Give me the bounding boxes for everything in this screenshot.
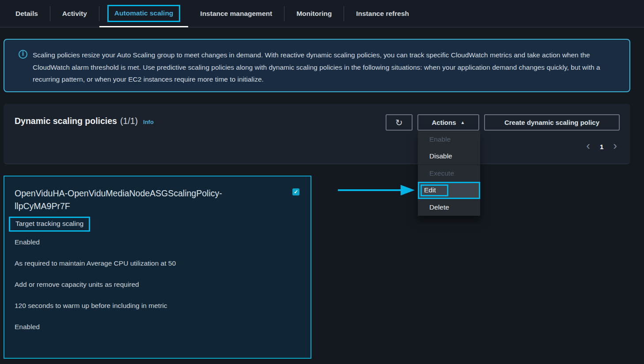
actions-button-label: Actions (432, 119, 456, 126)
annotation-box-active-tab: Automatic scaling (107, 5, 181, 22)
policy-checkbox[interactable]: ✓ (292, 188, 299, 195)
panel-controls: ↻ Actions ▲ Create dynamic scaling polic… (386, 114, 620, 131)
create-dynamic-scaling-policy-button[interactable]: Create dynamic scaling policy (484, 114, 620, 131)
tab-bar: Details Activity Automatic scaling Insta… (0, 0, 644, 27)
refresh-button[interactable]: ↻ (386, 114, 413, 131)
policy-count: (1/1) (120, 116, 138, 126)
tab-instance-management[interactable]: Instance management (188, 0, 284, 27)
policy-status: Enabled (15, 239, 311, 246)
policy-capacity-description: Add or remove capacity units as required (15, 281, 311, 288)
pagination: ‹ 1 › (586, 141, 617, 152)
scaling-policy-card[interactable]: OpenViduHA-OpenViduMediaNodeASGScalingPo… (4, 176, 311, 359)
policy-name: OpenViduHA-OpenViduMediaNodeASGScalingPo… (15, 187, 266, 213)
actions-dropdown-button[interactable]: Actions ▲ (417, 114, 479, 131)
tab-automatic-scaling[interactable]: Automatic scaling (99, 0, 189, 27)
info-icon: i (19, 50, 27, 59)
policy-scale-in-status: Enabled (15, 323, 311, 330)
chevron-left-icon[interactable]: ‹ (586, 140, 590, 153)
policy-target-description: As required to maintain Average CPU util… (15, 260, 311, 267)
annotation-box-edit: Edit (420, 184, 448, 196)
refresh-icon: ↻ (395, 117, 403, 128)
info-link[interactable]: Info (143, 119, 154, 125)
policy-warmup-description: 120 seconds to warm up before including … (15, 302, 311, 309)
menu-item-delete[interactable]: Delete (418, 199, 480, 216)
tab-details[interactable]: Details (4, 0, 50, 27)
menu-item-edit[interactable]: Edit (418, 182, 480, 199)
dynamic-scaling-policies-panel: Dynamic scaling policies (1/1) Info ↻ Ac… (4, 104, 630, 164)
annotation-arrow (337, 184, 416, 196)
policy-type-badge: Target tracking scaling (9, 217, 90, 232)
panel-title: Dynamic scaling policies (15, 116, 117, 126)
banner-text: Scaling policies resize your Auto Scalin… (33, 51, 600, 83)
page-number[interactable]: 1 (600, 143, 603, 150)
tab-activity[interactable]: Activity (50, 0, 99, 27)
create-button-label: Create dynamic scaling policy (504, 119, 599, 126)
chevron-right-icon[interactable]: › (613, 140, 617, 153)
caret-up-icon: ▲ (461, 120, 465, 125)
tab-monitoring[interactable]: Monitoring (284, 0, 344, 27)
menu-item-enable[interactable]: Enable (418, 131, 480, 148)
actions-menu: Enable Disable Execute Edit Delete (418, 131, 480, 216)
panel-title-row: Dynamic scaling policies (1/1) Info (15, 116, 154, 126)
scaling-info-banner: i Scaling policies resize your Auto Scal… (4, 39, 630, 92)
check-icon: ✓ (294, 189, 298, 195)
tab-instance-refresh[interactable]: Instance refresh (344, 0, 421, 27)
menu-item-disable[interactable]: Disable (418, 148, 480, 165)
menu-item-execute[interactable]: Execute (418, 165, 480, 182)
